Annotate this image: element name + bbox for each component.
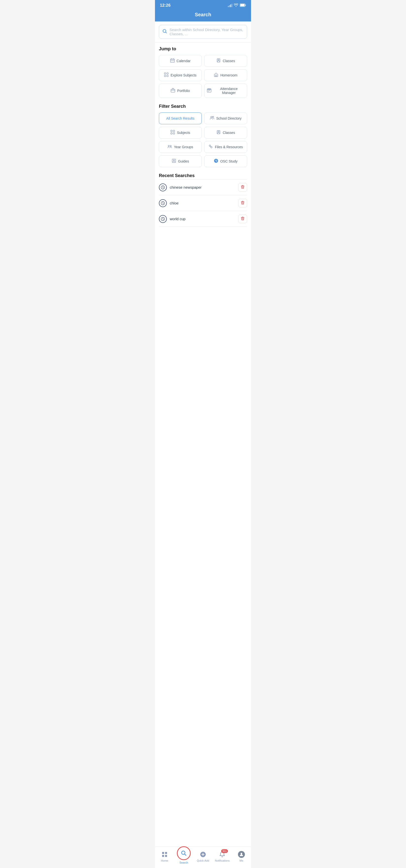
filter-classes[interactable]: Classes: [204, 127, 247, 138]
quick-add-nav-label: Quick Add: [197, 859, 209, 862]
jump-to-classes[interactable]: Classes: [204, 55, 247, 67]
notifications-icon-wrap: 511: [218, 851, 226, 858]
nav-search[interactable]: Search: [176, 849, 191, 864]
filter-search-grid: All Search Results School Directory: [159, 113, 247, 167]
osc-study-label: OSC Study: [220, 159, 237, 163]
filter-year-groups[interactable]: Year Groups: [159, 141, 202, 153]
recent-text-0: chinese newspaper: [170, 185, 202, 189]
list-item: chloe: [159, 195, 247, 211]
nav-notifications[interactable]: 511 Notifications: [215, 851, 230, 862]
recent-searches-list: chinese newspaper: [159, 179, 247, 227]
school-directory-label: School Directory: [216, 116, 242, 120]
classes-label: Classes: [223, 59, 235, 63]
svg-rect-11: [164, 75, 166, 77]
svg-rect-12: [167, 75, 168, 77]
home-nav-label: Home: [161, 859, 168, 862]
subjects-icon: [170, 130, 175, 135]
search-nav-circle: [177, 846, 191, 860]
svg-rect-35: [165, 852, 167, 854]
nav-quick-add[interactable]: Quick Add: [196, 851, 210, 862]
filter-subjects[interactable]: Subjects: [159, 127, 202, 138]
svg-rect-5: [172, 61, 173, 61]
notifications-nav-label: Notifications: [215, 859, 230, 862]
portfolio-icon: [171, 88, 175, 93]
recent-text-2: world cup: [170, 217, 185, 221]
page-title: Search: [195, 12, 211, 17]
svg-point-27: [170, 146, 171, 147]
svg-point-19: [212, 116, 213, 118]
svg-rect-13: [215, 75, 217, 76]
delete-recent-1[interactable]: [238, 199, 247, 207]
avatar: [238, 851, 245, 858]
svg-rect-1: [240, 4, 245, 6]
clock-icon-1: [159, 199, 167, 207]
delete-recent-0[interactable]: [238, 183, 247, 192]
year-groups-icon: [168, 144, 172, 150]
svg-rect-10: [167, 73, 168, 74]
status-bar: 12:26: [155, 0, 251, 10]
home-icon: [161, 851, 168, 858]
status-icons: [228, 3, 246, 8]
recent-text-1: chloe: [170, 201, 179, 205]
status-time: 12:26: [160, 3, 170, 8]
svg-rect-14: [171, 89, 175, 92]
list-item: chinese newspaper: [159, 180, 247, 195]
clock-icon-0: [159, 183, 167, 191]
svg-rect-9: [164, 73, 166, 74]
svg-rect-6: [173, 61, 174, 61]
jump-to-explore-subjects[interactable]: Explore Subjects: [159, 69, 202, 81]
battery-icon: [240, 3, 246, 8]
jump-to-portfolio[interactable]: Portfolio: [159, 84, 202, 98]
guides-label: Guides: [178, 159, 189, 163]
search-bar-container: Search within School Directory, Year Gro…: [155, 22, 251, 42]
nav-me[interactable]: Me: [234, 851, 249, 862]
recent-item-left-2: world cup: [159, 215, 185, 223]
clock-icon-2: [159, 215, 167, 223]
classes-icon: [216, 58, 221, 64]
main-content: Search within School Directory, Year Gro…: [155, 22, 251, 868]
svg-rect-22: [171, 133, 172, 134]
wifi-icon: [234, 3, 238, 8]
calendar-label: Calendar: [177, 59, 191, 63]
school-directory-icon: [210, 116, 214, 121]
filter-search-title: Filter Search: [159, 104, 247, 109]
quick-add-icon: [200, 851, 206, 858]
search-nav-label: Search: [179, 861, 188, 864]
guides-icon: [172, 159, 176, 164]
recent-item-left-0: chinese newspaper: [159, 183, 202, 191]
explore-subjects-label: Explore Subjects: [170, 73, 196, 77]
svg-rect-37: [165, 855, 167, 857]
homeroom-label: Homeroom: [220, 73, 237, 77]
filter-files-resources[interactable]: Files & Resources: [204, 141, 247, 153]
recent-item-left-1: chloe: [159, 199, 179, 207]
svg-point-18: [211, 116, 212, 118]
subjects-label: Subjects: [177, 131, 190, 135]
filter-school-directory[interactable]: School Directory: [204, 113, 247, 124]
svg-point-29: [173, 160, 174, 161]
jump-to-homeroom[interactable]: Homeroom: [204, 69, 247, 81]
jump-to-attendance-manager[interactable]: Attendance Manager: [204, 84, 247, 98]
filter-guides[interactable]: Guides: [159, 155, 202, 167]
jump-to-calendar[interactable]: Calendar: [159, 55, 202, 67]
nav-home[interactable]: Home: [157, 851, 172, 862]
attendance-icon: [207, 88, 211, 93]
svg-point-30: [214, 159, 218, 163]
delete-recent-2[interactable]: [238, 215, 247, 223]
filter-all-results[interactable]: All Search Results: [159, 113, 202, 124]
me-nav-label: Me: [239, 859, 243, 862]
attendance-manager-label: Attendance Manager: [213, 87, 244, 95]
search-bar[interactable]: Search within School Directory, Year Gro…: [159, 25, 247, 39]
classes-filter-label: Classes: [223, 131, 235, 135]
svg-point-25: [218, 131, 219, 132]
files-resources-icon: [208, 144, 213, 150]
recent-searches-title: Recent Searches: [159, 173, 247, 178]
filter-osc-study[interactable]: OSC Study: [204, 155, 247, 167]
search-placeholder: Search within School Directory, Year Gro…: [169, 28, 243, 36]
jump-to-section: Jump to Calendar: [155, 42, 251, 100]
search-bar-icon: [163, 29, 167, 34]
jump-to-title: Jump to: [159, 46, 247, 52]
avatar-icon: [239, 852, 244, 857]
files-resources-label: Files & Resources: [215, 145, 243, 149]
quick-add-icon-wrap: [199, 851, 207, 858]
svg-rect-34: [162, 852, 164, 854]
